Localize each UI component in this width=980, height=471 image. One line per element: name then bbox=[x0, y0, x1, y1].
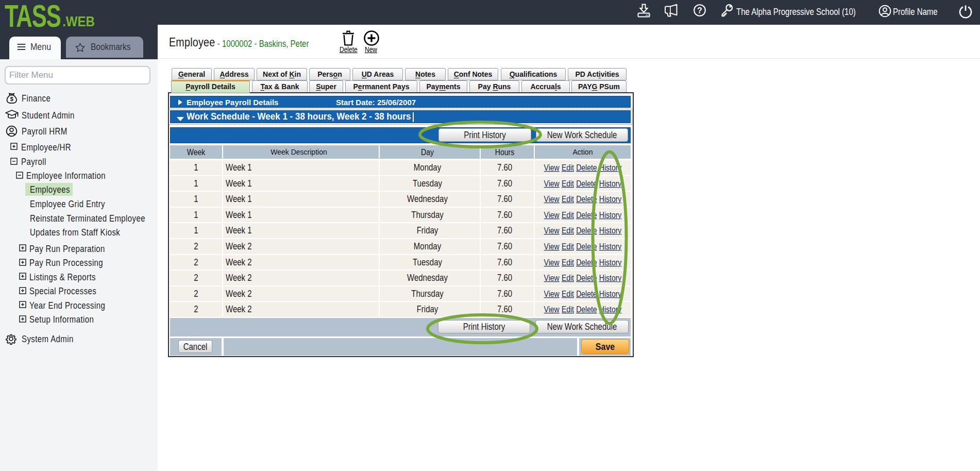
svg-text:?: ? bbox=[697, 6, 702, 15]
svg-text:$: $ bbox=[10, 96, 13, 102]
